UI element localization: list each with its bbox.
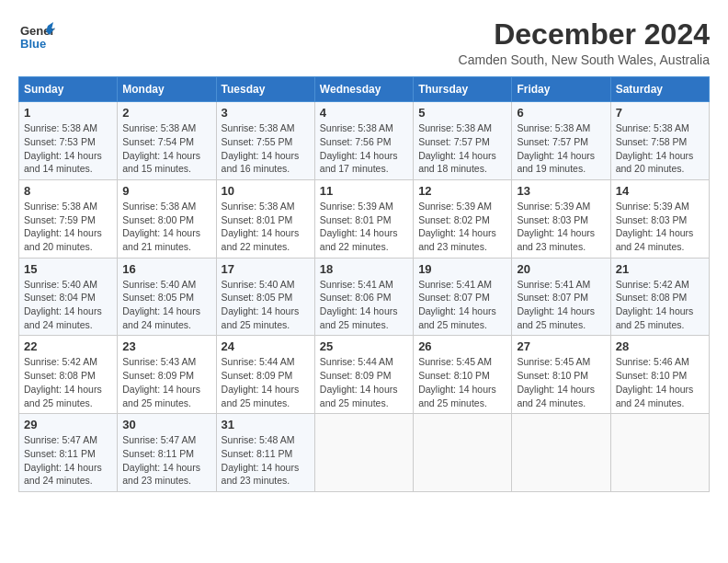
day-info: Sunrise: 5:44 AM Sunset: 8:09 PM Dayligh… (222, 355, 310, 409)
logo: General Blue (18, 18, 55, 59)
calendar-cell: 5 Sunrise: 5:38 AM Sunset: 7:57 PM Dayli… (414, 102, 512, 180)
sunrise-label: Sunrise: 5:38 AM (616, 122, 689, 133)
daylight-label: Daylight: 14 hours and 23 minutes. (222, 462, 300, 487)
sunrise-label: Sunrise: 5:40 AM (222, 279, 295, 290)
daylight-label: Daylight: 14 hours and 24 minutes. (122, 305, 200, 330)
sunset-label: Sunset: 8:05 PM (122, 292, 194, 303)
day-info: Sunrise: 5:40 AM Sunset: 8:05 PM Dayligh… (222, 278, 310, 332)
sunrise-label: Sunrise: 5:38 AM (517, 122, 590, 133)
sunrise-label: Sunrise: 5:41 AM (418, 279, 492, 290)
sunrise-label: Sunrise: 5:47 AM (122, 434, 196, 445)
calendar-cell: 31 Sunrise: 5:48 AM Sunset: 8:11 PM Dayl… (216, 414, 314, 492)
day-number: 8 (24, 184, 112, 198)
day-number: 17 (222, 262, 310, 276)
sunset-label: Sunset: 8:10 PM (616, 370, 688, 381)
daylight-label: Daylight: 14 hours and 15 minutes. (122, 150, 200, 175)
daylight-label: Daylight: 14 hours and 23 minutes. (122, 462, 200, 487)
sunset-label: Sunset: 8:07 PM (418, 292, 490, 303)
sunrise-label: Sunrise: 5:39 AM (616, 201, 689, 212)
weekday-header-tuesday: Tuesday (216, 77, 314, 102)
sunset-label: Sunset: 8:06 PM (320, 292, 392, 303)
daylight-label: Daylight: 14 hours and 25 minutes. (616, 305, 694, 330)
sunset-label: Sunset: 7:55 PM (222, 136, 293, 147)
weekday-header-thursday: Thursday (414, 77, 512, 102)
calendar-cell: 17 Sunrise: 5:40 AM Sunset: 8:05 PM Dayl… (216, 258, 314, 336)
sunset-label: Sunset: 8:11 PM (222, 448, 293, 459)
daylight-label: Daylight: 14 hours and 14 minutes. (24, 150, 102, 175)
day-info: Sunrise: 5:45 AM Sunset: 8:10 PM Dayligh… (418, 355, 506, 409)
day-number: 20 (517, 262, 605, 276)
sunset-label: Sunset: 7:54 PM (122, 136, 194, 147)
calendar-cell: 16 Sunrise: 5:40 AM Sunset: 8:05 PM Dayl… (118, 258, 216, 336)
daylight-label: Daylight: 14 hours and 21 minutes. (122, 227, 200, 252)
day-number: 2 (122, 106, 210, 120)
daylight-label: Daylight: 14 hours and 23 minutes. (517, 227, 595, 252)
day-info: Sunrise: 5:39 AM Sunset: 8:01 PM Dayligh… (320, 200, 408, 254)
daylight-label: Daylight: 14 hours and 25 minutes. (418, 305, 496, 330)
sunrise-label: Sunrise: 5:38 AM (24, 201, 97, 212)
weekday-header-monday: Monday (118, 77, 216, 102)
sunset-label: Sunset: 8:08 PM (24, 370, 96, 381)
daylight-label: Daylight: 14 hours and 24 minutes. (616, 384, 694, 408)
calendar-cell: 29 Sunrise: 5:47 AM Sunset: 8:11 PM Dayl… (19, 414, 118, 492)
day-info: Sunrise: 5:39 AM Sunset: 8:02 PM Dayligh… (418, 200, 506, 254)
calendar-cell (512, 414, 610, 492)
sunrise-label: Sunrise: 5:45 AM (517, 356, 590, 367)
sunrise-label: Sunrise: 5:40 AM (122, 279, 196, 290)
title-section: December 2024 Camden South, New South Wa… (459, 18, 710, 67)
calendar-cell: 14 Sunrise: 5:39 AM Sunset: 8:03 PM Dayl… (610, 179, 709, 258)
sunset-label: Sunset: 8:09 PM (122, 370, 194, 381)
sunrise-label: Sunrise: 5:39 AM (517, 201, 590, 212)
day-info: Sunrise: 5:40 AM Sunset: 8:05 PM Dayligh… (122, 278, 210, 332)
sunset-label: Sunset: 8:02 PM (418, 214, 490, 225)
day-info: Sunrise: 5:38 AM Sunset: 7:54 PM Dayligh… (122, 121, 210, 176)
day-number: 14 (616, 184, 704, 198)
daylight-label: Daylight: 14 hours and 25 minutes. (320, 384, 398, 408)
location-title: Camden South, New South Wales, Australia (459, 52, 710, 67)
calendar-cell: 11 Sunrise: 5:39 AM Sunset: 8:01 PM Dayl… (314, 179, 413, 258)
daylight-label: Daylight: 14 hours and 25 minutes. (24, 384, 102, 408)
day-number: 7 (616, 106, 704, 120)
sunset-label: Sunset: 8:10 PM (418, 370, 490, 381)
calendar-cell: 20 Sunrise: 5:41 AM Sunset: 8:07 PM Dayl… (512, 258, 610, 336)
daylight-label: Daylight: 14 hours and 18 minutes. (418, 150, 496, 175)
day-number: 29 (24, 418, 112, 431)
sunrise-label: Sunrise: 5:38 AM (122, 201, 196, 212)
svg-text:Blue: Blue (20, 37, 46, 51)
day-number: 12 (418, 184, 506, 198)
calendar-cell: 6 Sunrise: 5:38 AM Sunset: 7:57 PM Dayli… (512, 102, 610, 180)
day-number: 6 (517, 106, 605, 120)
sunset-label: Sunset: 8:01 PM (222, 214, 293, 225)
sunset-label: Sunset: 8:03 PM (616, 214, 688, 225)
sunset-label: Sunset: 8:10 PM (517, 370, 588, 381)
header: General Blue December 2024 Camden South,… (18, 18, 710, 67)
sunrise-label: Sunrise: 5:38 AM (222, 122, 295, 133)
sunset-label: Sunset: 7:53 PM (24, 136, 96, 147)
sunrise-label: Sunrise: 5:48 AM (222, 434, 295, 445)
sunrise-label: Sunrise: 5:42 AM (24, 356, 97, 367)
day-info: Sunrise: 5:39 AM Sunset: 8:03 PM Dayligh… (517, 200, 605, 254)
calendar-cell: 10 Sunrise: 5:38 AM Sunset: 8:01 PM Dayl… (216, 179, 314, 258)
daylight-label: Daylight: 14 hours and 23 minutes. (418, 227, 496, 252)
day-number: 11 (320, 184, 408, 198)
day-info: Sunrise: 5:38 AM Sunset: 7:57 PM Dayligh… (517, 121, 605, 176)
day-number: 3 (222, 106, 310, 120)
daylight-label: Daylight: 14 hours and 17 minutes. (320, 150, 398, 175)
day-number: 28 (616, 339, 704, 353)
daylight-label: Daylight: 14 hours and 20 minutes. (24, 227, 102, 252)
daylight-label: Daylight: 14 hours and 24 minutes. (616, 227, 694, 252)
day-info: Sunrise: 5:40 AM Sunset: 8:04 PM Dayligh… (24, 278, 112, 332)
calendar-cell: 15 Sunrise: 5:40 AM Sunset: 8:04 PM Dayl… (19, 258, 118, 336)
weekday-header-wednesday: Wednesday (314, 77, 413, 102)
day-number: 31 (222, 418, 310, 431)
sunrise-label: Sunrise: 5:44 AM (320, 356, 393, 367)
day-number: 27 (517, 339, 605, 353)
sunset-label: Sunset: 8:08 PM (616, 292, 688, 303)
calendar-cell: 24 Sunrise: 5:44 AM Sunset: 8:09 PM Dayl… (216, 336, 314, 414)
daylight-label: Daylight: 14 hours and 25 minutes. (320, 305, 398, 330)
calendar-cell: 9 Sunrise: 5:38 AM Sunset: 8:00 PM Dayli… (118, 179, 216, 258)
day-info: Sunrise: 5:38 AM Sunset: 7:59 PM Dayligh… (24, 200, 112, 254)
day-info: Sunrise: 5:38 AM Sunset: 7:57 PM Dayligh… (418, 121, 506, 176)
day-info: Sunrise: 5:48 AM Sunset: 8:11 PM Dayligh… (222, 433, 310, 488)
sunset-label: Sunset: 7:58 PM (616, 136, 688, 147)
